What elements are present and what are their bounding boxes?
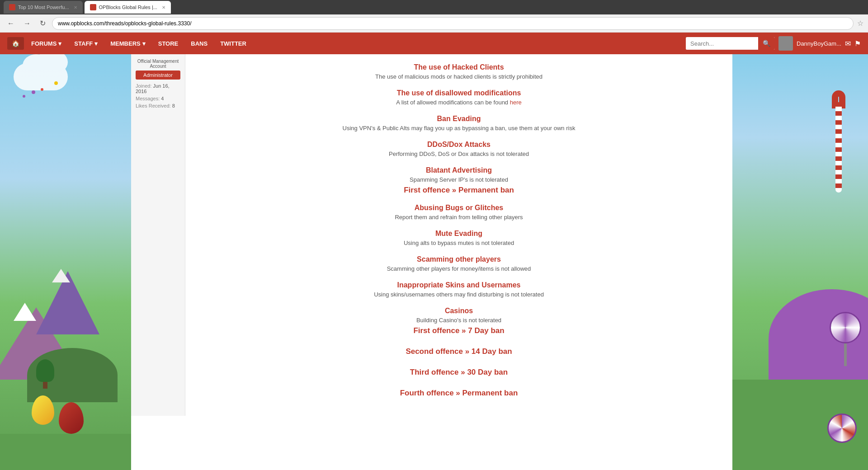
nav-store[interactable]: STORE (153, 38, 184, 50)
user-avatar (778, 36, 793, 51)
rule-abusing-bugs-title: Abusing Bugs or Glitches (203, 204, 714, 212)
candy-cane-decoration (827, 90, 850, 199)
forum-content: The use of Hacked Clients The use of mal… (185, 54, 732, 416)
forward-button[interactable]: → (21, 19, 33, 28)
rule-casinos-offence-1: First offence » 7 Day ban (203, 326, 714, 335)
nav-left: 🏠 FORUMS ▾ STAFF ▾ MEMBERS ▾ STORE BANS … (7, 37, 252, 50)
left-decoration (0, 54, 131, 470)
content-layout: Official Management Account Administrato… (131, 54, 732, 416)
purple-snow-decoration (52, 269, 70, 282)
nav-bans[interactable]: BANS (185, 38, 213, 50)
rule-casinos-desc: Building Casino's is not tolerated (203, 317, 714, 324)
nav-forums[interactable]: FORUMS ▾ (26, 38, 67, 50)
user-likes-row: Likes Received: 8 (136, 103, 180, 108)
members-dropdown-icon: ▾ (142, 40, 146, 47)
lollipop-head (830, 312, 861, 343)
flag-icon[interactable]: ⚑ (854, 39, 861, 48)
nav-twitter[interactable]: TWITTER (215, 38, 252, 50)
rule-hacked-clients-title: The use of Hacked Clients (203, 63, 714, 71)
rule-ban-evading-desc: Using VPN's & Public Alts may flag you u… (203, 125, 714, 132)
user-name: DannyBoyGam... (797, 40, 841, 47)
likes-label: Likes Received: (136, 103, 171, 108)
tab1-label: Top 10 Most Powerfu... (18, 5, 69, 10)
tab1-favicon (9, 4, 15, 10)
rule-scamming-title: Scamming other players (203, 255, 714, 263)
dot-decoration (32, 90, 35, 94)
rule-ddos-desc: Performing DDoS, DoS or Dox attacks is n… (203, 150, 714, 157)
rule-ddos-title: DDoS/Dox Attacks (203, 141, 714, 149)
messages-value: 4 (161, 96, 164, 101)
nav-staff[interactable]: STAFF ▾ (69, 38, 103, 50)
tab2-label: OPBlocks Global Rules |... (99, 5, 157, 10)
rule-abusing-bugs-desc: Report them and refrain from telling oth… (203, 214, 714, 221)
joined-label: Joined: (136, 83, 151, 89)
top-nav: 🏠 FORUMS ▾ STAFF ▾ MEMBERS ▾ STORE BANS … (0, 33, 868, 54)
browser-titlebar: Top 10 Most Powerfu... ✕ OPBlocks Global… (0, 0, 868, 14)
tree-decoration (36, 362, 54, 389)
rule-disallowed-mods-desc: A list of allowed modifications can be f… (203, 99, 714, 106)
rule-casinos-title: Casinos (203, 307, 714, 315)
rule-blatant-advertising-desc: Spamming Server IP's is not tolerated (203, 176, 714, 183)
tab2-close[interactable]: ✕ (162, 5, 165, 10)
red-egg-decoration (59, 402, 84, 434)
dot-decoration (23, 95, 25, 98)
tab-1[interactable]: Top 10 Most Powerfu... ✕ (4, 1, 83, 14)
dot-decoration (54, 81, 58, 85)
main-content: Official Management Account Administrato… (131, 54, 732, 470)
spacer (203, 359, 714, 365)
official-title: Official Management Account (136, 59, 180, 69)
spacer (203, 380, 714, 386)
rule-blatant-advertising-title: Blatant Advertising (203, 166, 714, 174)
rule-casinos-offence-3: Third offence » 30 Day ban (203, 368, 714, 377)
rule-casinos: Casinos Building Casino's is not tolerat… (203, 307, 714, 398)
rule-inappropriate-skins-title: Inappropriate Skins and Usernames (203, 281, 714, 289)
rule-hacked-clients: The use of Hacked Clients The use of mal… (203, 63, 714, 80)
back-button[interactable]: ← (5, 19, 17, 28)
right-decoration (732, 54, 868, 470)
lollipop-stick (844, 343, 847, 366)
rule-mute-evading-title: Mute Evading (203, 230, 714, 238)
rule-blatant-advertising-offence-1: First offence » Permanent ban (203, 186, 714, 195)
rule-inappropriate-skins-desc: Using skins/usernames others may find di… (203, 291, 714, 298)
rule-ddos: DDoS/Dox Attacks Performing DDoS, DoS or… (203, 141, 714, 157)
dot-decoration (41, 88, 43, 91)
mail-icon[interactable]: ✉ (845, 39, 851, 48)
body-layout: Official Management Account Administrato… (0, 54, 868, 470)
mountain-snow-decoration (14, 303, 36, 321)
address-input[interactable] (52, 17, 854, 30)
nav-members[interactable]: MEMBERS ▾ (105, 38, 151, 50)
user-sidebar: Official Management Account Administrato… (131, 54, 185, 416)
nav-right: 🔍 DannyBoyGam... ✉ ⚑ (686, 36, 861, 51)
tab-2[interactable]: OPBlocks Global Rules |... ✕ (85, 1, 171, 14)
rule-scamming-desc: Scamming other players for money/items i… (203, 265, 714, 272)
mods-link[interactable]: here (510, 99, 522, 106)
user-messages-row: Messages: 4 (136, 96, 180, 101)
rule-ban-evading: Ban Evading Using VPN's & Public Alts ma… (203, 115, 714, 132)
grass-decoration (0, 434, 131, 470)
rule-disallowed-mods-title: The use of disallowed modifications (203, 89, 714, 97)
user-role-badge: Administrator (136, 70, 180, 80)
rule-inappropriate-skins: Inappropriate Skins and Usernames Using … (203, 281, 714, 298)
search-bar: 🔍 (686, 37, 775, 50)
home-button[interactable]: 🏠 (7, 37, 24, 50)
spacer (203, 338, 714, 344)
rule-casinos-offence-2: Second offence » 14 Day ban (203, 347, 714, 356)
cloud-decoration (14, 63, 68, 90)
forums-dropdown-icon: ▾ (58, 40, 61, 47)
candy-cane-body (835, 102, 842, 193)
rule-mute-evading-desc: Using alts to bypass mutes is not tolera… (203, 240, 714, 246)
user-area: DannyBoyGam... ✉ ⚑ (778, 36, 861, 51)
rule-scamming: Scamming other players Scamming other pl… (203, 255, 714, 272)
refresh-button[interactable]: ↻ (37, 18, 48, 28)
bookmark-button[interactable]: ☆ (857, 19, 863, 28)
rule-disallowed-mods: The use of disallowed modifications A li… (203, 89, 714, 106)
search-button[interactable]: 🔍 (758, 37, 775, 50)
staff-dropdown-icon: ▾ (94, 40, 98, 47)
rule-abusing-bugs: Abusing Bugs or Glitches Report them and… (203, 204, 714, 221)
user-joined-row: Joined: Jun 16, 2016 (136, 83, 180, 94)
tab1-close[interactable]: ✕ (74, 5, 77, 10)
likes-value: 8 (172, 103, 175, 108)
page-wrapper: 🏠 FORUMS ▾ STAFF ▾ MEMBERS ▾ STORE BANS … (0, 33, 868, 470)
search-input[interactable] (686, 38, 758, 50)
rule-ban-evading-title: Ban Evading (203, 115, 714, 123)
